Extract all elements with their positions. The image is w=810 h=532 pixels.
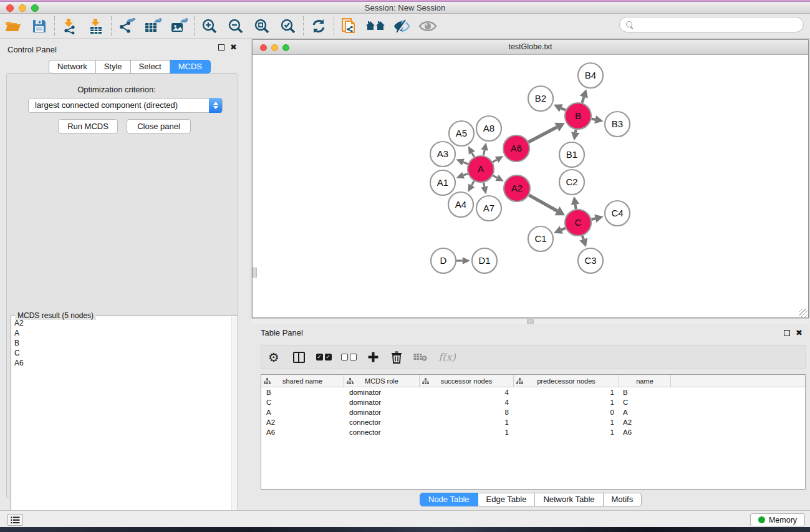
toggle-birds-eye-button[interactable] [415, 15, 441, 37]
network-canvas[interactable]: B4B2BB3A8A5A6A3B1AC2A1A2A4A7C4CC1C3DD1 [253, 56, 808, 317]
toggle-graphics-details-button[interactable] [388, 15, 415, 37]
search-field[interactable] [619, 17, 804, 32]
edge-A-A2[interactable] [493, 175, 497, 178]
tab-motifs[interactable]: Motifs [604, 493, 642, 506]
edge-arrowhead [571, 196, 579, 205]
add-column-button[interactable] [361, 346, 385, 369]
edge-A-A3[interactable] [463, 162, 468, 164]
table-panel: Table Panel ✖ ⚙ ✓✓ [243, 324, 810, 510]
edge-A-A8[interactable] [483, 150, 485, 156]
show-all-networks-button[interactable] [362, 15, 388, 37]
network-horizontal-scrollbar[interactable] [252, 319, 809, 324]
select-all-icon: ✓✓ [316, 354, 332, 360]
edge-A6-B[interactable] [528, 127, 557, 142]
optimization-criterion-label: Optimization criterion: [1, 85, 233, 94]
table-row[interactable]: Adominator80A [261, 407, 805, 417]
mcds-tab-content: Optimization criterion: largest connecte… [6, 73, 238, 498]
float-table-panel-icon[interactable] [784, 330, 790, 336]
table-cell: 0 [514, 407, 619, 417]
tab-network-table[interactable]: Network Table [535, 493, 603, 506]
tab-select[interactable]: Select [131, 60, 170, 74]
edge-C-C4[interactable] [591, 218, 595, 220]
table-cell: A6 [619, 427, 671, 437]
edge-C-C3[interactable] [582, 236, 584, 239]
run-mcds-button[interactable]: Run MCDS [58, 119, 118, 133]
edge-A-A7[interactable] [483, 183, 484, 187]
open-session-button[interactable] [0, 15, 26, 37]
export-network-button[interactable] [113, 15, 140, 37]
result-item[interactable]: B [11, 338, 231, 348]
close-table-panel-icon[interactable]: ✖ [796, 330, 803, 336]
edge-A-A5[interactable] [472, 153, 475, 157]
refresh-layout-button[interactable] [306, 15, 332, 37]
export-image-button[interactable] [166, 15, 192, 37]
table-row[interactable]: A2connector11A2 [261, 417, 805, 427]
delete-table-button[interactable] [408, 346, 432, 369]
result-item[interactable]: A6 [11, 358, 231, 368]
network-resize-grip[interactable] [799, 309, 808, 317]
node-table[interactable]: shared nameMCDS rolesuccessor nodesprede… [261, 374, 806, 490]
close-panel-button[interactable]: Close panel [127, 119, 191, 133]
edge-A-A6[interactable] [493, 160, 497, 162]
edge-C-C2[interactable] [576, 205, 576, 209]
close-panel-icon[interactable]: ✖ [230, 44, 237, 51]
result-item[interactable]: A2 [11, 318, 231, 328]
tab-edge-table[interactable]: Edge Table [478, 493, 536, 506]
table-settings-button[interactable]: ⚙ [261, 346, 286, 369]
table-panel-title: Table Panel [261, 328, 303, 337]
network-view-window[interactable]: testGlobe.txt B4B2BB3A8A5A6A3B1AC2A1A2A4… [252, 39, 809, 318]
table-cell: 4 [420, 387, 514, 397]
result-item[interactable]: A [11, 328, 231, 338]
node-label-A1: A1 [437, 177, 448, 188]
edge-B-B4[interactable] [582, 97, 584, 103]
result-item[interactable]: C [11, 348, 231, 358]
select-all-columns-button[interactable]: ✓✓ [311, 346, 336, 369]
criterion-dropdown[interactable]: largest connected component (directed) [28, 98, 223, 113]
search-input[interactable] [634, 21, 803, 29]
zoom-out-icon [228, 18, 244, 34]
export-table-button[interactable] [140, 15, 166, 37]
column-header-successor-nodes[interactable]: successor nodes [420, 375, 514, 387]
result-scrollbar[interactable] [231, 317, 237, 526]
table-row[interactable]: Cdominator41C [261, 397, 805, 407]
homes-icon [365, 19, 385, 34]
edge-A2-C[interactable] [529, 195, 557, 211]
edge-C-C1[interactable] [561, 228, 566, 230]
desktop-wallpaper-bottom [0, 527, 810, 532]
tab-network[interactable]: Network [49, 60, 96, 74]
column-header-shared-name[interactable]: shared name [261, 375, 344, 387]
clone-network-button[interactable] [336, 15, 362, 37]
delete-column-button[interactable] [385, 346, 408, 369]
mcds-result-list[interactable]: A2ABCA6 [11, 318, 231, 526]
save-session-button[interactable] [26, 15, 52, 37]
import-table-button[interactable] [83, 15, 109, 37]
zoom-selected-button[interactable] [275, 15, 301, 37]
edge-A-A1[interactable] [463, 173, 468, 175]
network-graph[interactable]: B4B2BB3A8A5A6A3B1AC2A1A2A4A7C4CC1C3DD1 [253, 56, 808, 317]
column-header-predecessor-nodes[interactable]: predecessor nodes [514, 375, 619, 387]
column-header-name[interactable]: name [619, 375, 671, 387]
edge-B-B2[interactable] [561, 108, 566, 110]
tab-style[interactable]: Style [96, 60, 131, 74]
float-panel-icon[interactable] [218, 44, 224, 51]
table-cell: 1 [514, 387, 619, 397]
zoom-fit-button[interactable] [249, 15, 275, 37]
column-header-MCDS-role[interactable]: MCDS role [344, 375, 420, 387]
zoom-out-button[interactable] [223, 15, 249, 37]
memory-button[interactable]: Memory [750, 513, 805, 526]
edge-A-A4[interactable] [471, 181, 474, 185]
function-builder-button[interactable]: f(x) [432, 346, 462, 369]
table-row[interactable]: Bdominator41B [261, 387, 805, 397]
zoom-in-button[interactable] [196, 15, 223, 37]
split-view-button[interactable] [286, 346, 311, 369]
edge-B-B3[interactable] [592, 118, 595, 119]
tab-node-table[interactable]: Node Table [420, 493, 478, 506]
import-network-button[interactable] [57, 15, 83, 37]
network-vertical-scrollbar[interactable] [253, 268, 257, 278]
deselect-all-columns-button[interactable] [336, 346, 361, 369]
table-row[interactable]: A6connector11A6 [261, 427, 805, 437]
edge-B-B1[interactable] [576, 130, 576, 133]
task-history-button[interactable] [7, 514, 23, 526]
table-cell: 4 [420, 397, 514, 407]
tab-mcds[interactable]: MCDS [170, 60, 211, 74]
